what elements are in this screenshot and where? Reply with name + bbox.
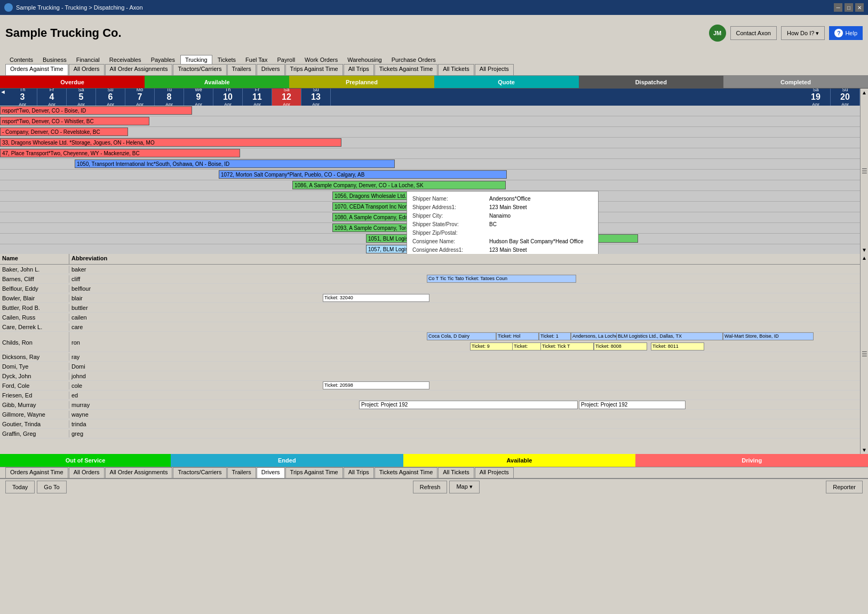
driver-row-gillmore[interactable]: Gillmore, Wayne wayne	[0, 410, 860, 419]
subnav-trips-against-time[interactable]: Trips Against Time	[285, 64, 343, 75]
nav-receivables[interactable]: Receivables	[105, 55, 146, 64]
driver-row-buttler[interactable]: Buttler, Rod B. buttler	[0, 303, 860, 313]
close-button[interactable]: ✕	[855, 3, 864, 12]
driver-row-care[interactable]: Care, Derrek L. care	[0, 322, 860, 332]
nav-trucking[interactable]: Trucking	[180, 55, 212, 64]
bottom-subnav-tractors-carriers[interactable]: Tractors/Carriers	[173, 467, 226, 478]
subnav-drivers[interactable]: Drivers	[257, 64, 285, 75]
bottom-subnav-orders-against-time[interactable]: Orders Against Time	[5, 467, 68, 478]
driver-row-graffin[interactable]: Graffin, Greg greg	[0, 429, 860, 438]
contact-axon-button[interactable]: Contact Axon	[730, 26, 777, 40]
order-bar[interactable]: nsport*Two, Denver, CO - Whistler, BC	[0, 117, 149, 125]
gantt-row-6[interactable]: 1050, Transport International Inc*South,…	[0, 159, 860, 170]
minimize-button[interactable]: ─	[834, 3, 842, 12]
scroll-up-icon[interactable]: ▲	[862, 90, 867, 95]
nav-fueltax[interactable]: Fuel Tax	[241, 55, 272, 64]
driver-row-barnes[interactable]: Barnes, Cliff cliff Co T Tic Tic Tato Ti…	[0, 274, 860, 284]
driver-ticket[interactable]: Ticket: 8011	[651, 342, 704, 350]
maximize-button[interactable]: □	[845, 3, 853, 12]
refresh-button[interactable]: Refresh	[413, 481, 448, 493]
driver-filter-icon[interactable]: ☰	[862, 350, 867, 358]
nav-financial[interactable]: Financial	[72, 55, 104, 64]
scroll-down-icon[interactable]: ▼	[862, 247, 867, 253]
today-button[interactable]: Today	[5, 481, 35, 493]
window-controls[interactable]: ─ □ ✕	[834, 3, 864, 12]
driver-row-friesen[interactable]: Friesen, Ed ed	[0, 390, 860, 400]
subnav-all-order-assignments[interactable]: All Order Assignments	[105, 64, 173, 75]
project-bar[interactable]: Project: Project 192	[359, 401, 578, 409]
gantt-row-1[interactable]: nsport*Two, Denver, CO - Boise, ID	[0, 106, 860, 116]
driver-list[interactable]: Baker, John L. baker Barnes, Cliff cliff…	[0, 265, 860, 454]
driver-row-dicksons[interactable]: Dicksons, Ray ray	[0, 352, 860, 362]
nav-payables[interactable]: Payables	[147, 55, 179, 64]
bottom-subnav-all-orders[interactable]: All Orders	[69, 467, 105, 478]
order-bar[interactable]: nsport*Two, Denver, CO - Boise, ID	[0, 106, 192, 115]
bottom-subnav-all-trips[interactable]: All Trips	[344, 467, 374, 478]
gantt-row-3[interactable]: - Company, Denver, CO - Revelstoke, BC	[0, 127, 860, 138]
driver-ticket[interactable]: Wal-Mart Store, Boise, ID	[723, 332, 814, 340]
nav-business[interactable]: Business	[38, 55, 71, 64]
driver-scrollbar[interactable]: ▲ ☰ ▼	[860, 254, 868, 454]
subnav-all-projects[interactable]: All Projects	[475, 64, 514, 75]
subnav-trailers[interactable]: Trailers	[227, 64, 256, 75]
bottom-subnav-all-tickets[interactable]: All Tickets	[438, 467, 474, 478]
subnav-all-trips[interactable]: All Trips	[344, 64, 374, 75]
driver-row-ford[interactable]: Ford, Cole cole Ticket: 20598	[0, 381, 860, 390]
gantt-row-8[interactable]: 1086, A Sample Company, Denver, CO - La …	[0, 180, 860, 191]
bottom-subnav-all-projects[interactable]: All Projects	[475, 467, 514, 478]
bottom-subnav-all-order-assignments[interactable]: All Order Assignments	[105, 467, 173, 478]
bottom-subnav-drivers[interactable]: Drivers	[257, 467, 285, 478]
driver-ticket[interactable]: BLM Logistics Ltd., Dallas, TX	[616, 332, 723, 340]
gantt-rows[interactable]: nsport*Two, Denver, CO - Boise, ID nspor…	[0, 106, 860, 254]
driver-row-gibb[interactable]: Gibb, Murray murray Project: Project 192…	[0, 400, 860, 410]
bottom-subnav-tickets-against-time[interactable]: Tickets Against Time	[375, 467, 437, 478]
gantt-scrollbar[interactable]: ▲ ☰ ▼	[860, 89, 868, 254]
gantt-row-7[interactable]: 1072, Morton Salt Company*Plant, Pueblo,…	[0, 170, 860, 180]
driver-ticket[interactable]: Ticket: 20598	[323, 381, 429, 389]
gantt-row-5[interactable]: 47, Place Transport*Two, Cheyenne, WY - …	[0, 148, 860, 159]
order-bar[interactable]: 1086, A Sample Company, Denver, CO - La …	[292, 181, 506, 189]
project-bar[interactable]: Project: Project 192	[579, 401, 686, 409]
reporter-button[interactable]: Reporter	[826, 481, 863, 493]
driver-ticket[interactable]: Ticket: 9	[470, 342, 513, 350]
how-do-i-button[interactable]: How Do I? ▾	[781, 26, 825, 40]
driver-ticket[interactable]: Ticket:	[512, 342, 541, 350]
nav-contents[interactable]: Contents	[5, 55, 37, 64]
driver-row-domi[interactable]: Domi, Tye Domi	[0, 362, 860, 371]
help-button[interactable]: ? Help	[829, 26, 863, 40]
subnav-tickets-against-time[interactable]: Tickets Against Time	[375, 64, 437, 75]
nav-payroll[interactable]: Payroll	[273, 55, 299, 64]
order-bar[interactable]: 47, Place Transport*Two, Cheyenne, WY - …	[0, 149, 240, 157]
driver-row-baker[interactable]: Baker, John L. baker	[0, 265, 860, 274]
avatar-button[interactable]: JM	[709, 25, 726, 42]
goto-button[interactable]: Go To	[37, 481, 66, 493]
bottom-subnav-trailers[interactable]: Trailers	[227, 467, 256, 478]
driver-row-bowler[interactable]: Bowler, Blair blair Ticket: 32040	[0, 293, 860, 303]
driver-ticket[interactable]: Ticket: 1	[539, 332, 571, 340]
driver-ticket[interactable]: Ticket: 32040	[323, 294, 429, 302]
order-bar[interactable]: - Company, Denver, CO - Revelstoke, BC	[0, 127, 128, 136]
map-button[interactable]: Map ▾	[449, 481, 479, 493]
driver-row-cailen[interactable]: Cailen, Russ cailen	[0, 313, 860, 322]
nav-workorders[interactable]: Work Orders	[300, 55, 342, 64]
driver-ticket[interactable]: Ticket: 8008	[594, 342, 647, 350]
driver-ticket[interactable]: Ticket: Tick T	[540, 342, 594, 350]
gantt-row-2[interactable]: nsport*Two, Denver, CO - Whistler, BC	[0, 116, 860, 127]
subnav-tractors-carriers[interactable]: Tractors/Carriers	[173, 64, 226, 75]
driver-ticket[interactable]: Co T Tic Tic Tato Ticket: Tatoes Coun	[427, 275, 576, 283]
nav-tickets[interactable]: Tickets	[213, 55, 240, 64]
driver-row-goutier[interactable]: Goutier, Trinda trinda	[0, 419, 860, 429]
filter-icon[interactable]: ☰	[862, 168, 867, 175]
driver-scroll-up-icon[interactable]: ▲	[862, 255, 867, 261]
bottom-subnav-trips-against-time[interactable]: Trips Against Time	[285, 467, 343, 478]
order-bar[interactable]: 33, Dragons Wholesale Ltd. *Storage, Jog…	[0, 138, 341, 147]
driver-row-belflour[interactable]: Belflour, Eddy belflour	[0, 284, 860, 293]
nav-warehousing[interactable]: Warehousing	[343, 55, 386, 64]
driver-ticket[interactable]: Ticket: Hol	[496, 332, 539, 340]
subnav-all-tickets[interactable]: All Tickets	[438, 64, 474, 75]
gantt-row-4[interactable]: 33, Dragons Wholesale Ltd. *Storage, Jog…	[0, 138, 860, 148]
driver-ticket[interactable]: Coca Cola, D Dairy	[427, 332, 496, 340]
subnav-all-orders[interactable]: All Orders	[69, 64, 105, 75]
driver-row-dyck[interactable]: Dyck, John johnd	[0, 371, 860, 381]
order-bar[interactable]: 1050, Transport International Inc*South,…	[75, 160, 395, 168]
